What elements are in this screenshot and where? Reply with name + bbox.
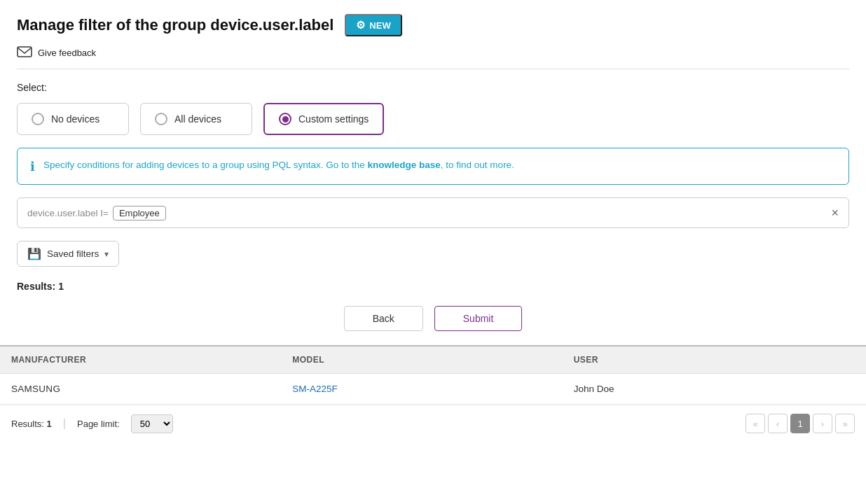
pagination-prev-button[interactable]: ‹ — [768, 414, 788, 433]
col-header-user: USER — [574, 355, 855, 365]
filter-clear-button[interactable]: × — [831, 206, 839, 219]
filter-prefix: device.user.label I= — [27, 208, 109, 218]
pagination: « ‹ 1 › » — [745, 414, 855, 433]
table-header: MANUFACTURER MODEL USER — [0, 346, 866, 374]
svg-rect-0 — [18, 47, 32, 57]
action-buttons: Back Submit — [17, 306, 849, 331]
saved-filters-label: Saved filters — [47, 248, 99, 259]
cell-manufacturer: SAMSUNG — [11, 384, 292, 394]
radio-custom-settings[interactable]: Custom settings — [263, 103, 384, 135]
page-limit-select[interactable]: 10 25 50 100 — [131, 414, 173, 433]
submit-button[interactable]: Submit — [434, 306, 523, 331]
filter-input-row[interactable]: device.user.label I= Employee × — [17, 197, 849, 228]
radio-circle-custom-settings — [279, 113, 291, 125]
info-icon: ℹ — [30, 159, 35, 174]
results-table: MANUFACTURER MODEL USER SAMSUNG SM-A225F… — [0, 345, 866, 442]
footer-results-label: Results: 1 — [11, 419, 52, 429]
pagination-next-button[interactable]: › — [813, 414, 832, 433]
knowledge-base-link[interactable]: knowledge base — [368, 160, 441, 170]
table-footer: Results: 1 | Page limit: 10 25 50 100 « … — [0, 405, 866, 442]
table-row: SAMSUNG SM-A225F John Doe — [0, 374, 866, 405]
info-box: ℹ Specify conditions for adding devices … — [17, 148, 849, 185]
filter-tag: Employee — [113, 206, 166, 220]
saved-filters-button[interactable]: 💾 Saved filters ▾ — [17, 241, 119, 267]
pagination-page-1-button[interactable]: 1 — [790, 414, 810, 433]
results-label: Results: — [17, 281, 55, 292]
new-badge-button[interactable]: ⚙ NEW — [345, 14, 401, 36]
saved-filters-icon: 💾 — [27, 247, 41, 260]
feedback-label: Give feedback — [38, 48, 96, 58]
radio-options-group: No devices All devices Custom settings — [17, 103, 849, 135]
new-badge-label: NEW — [369, 20, 390, 31]
info-text-after: , to find out more. — [441, 160, 514, 170]
pagination-last-button[interactable]: » — [835, 414, 855, 433]
col-header-model: MODEL — [292, 355, 573, 365]
radio-all-devices[interactable]: All devices — [140, 103, 252, 135]
radio-no-devices[interactable]: No devices — [17, 103, 129, 135]
page-limit-label: Page limit: — [77, 419, 120, 429]
radio-no-devices-label: No devices — [51, 113, 99, 125]
chevron-down-icon: ▾ — [104, 249, 109, 259]
info-text-before: Specify conditions for adding devices to… — [43, 160, 368, 170]
results-count-value: 1 — [58, 281, 64, 292]
cell-user: John Doe — [574, 384, 855, 394]
footer-divider: | — [63, 417, 66, 430]
info-box-text: Specify conditions for adding devices to… — [43, 158, 514, 172]
cell-model[interactable]: SM-A225F — [292, 384, 573, 394]
radio-circle-no-devices — [32, 113, 44, 125]
pagination-first-button[interactable]: « — [745, 414, 765, 433]
results-count: Results: 1 — [17, 281, 849, 292]
radio-all-devices-label: All devices — [174, 113, 221, 125]
footer-results-count: 1 — [47, 419, 52, 429]
footer-results-text: Results: — [11, 419, 44, 429]
gear-icon: ⚙ — [356, 19, 365, 31]
radio-custom-settings-label: Custom settings — [298, 113, 369, 125]
select-label: Select: — [17, 82, 849, 93]
back-button[interactable]: Back — [344, 306, 423, 331]
feedback-icon — [17, 46, 32, 59]
feedback-row[interactable]: Give feedback — [17, 46, 849, 59]
page-title: Manage filter of the group device.user.l… — [17, 16, 334, 34]
radio-circle-all-devices — [155, 113, 167, 125]
col-header-manufacturer: MANUFACTURER — [11, 355, 292, 365]
header-divider — [17, 69, 849, 69]
